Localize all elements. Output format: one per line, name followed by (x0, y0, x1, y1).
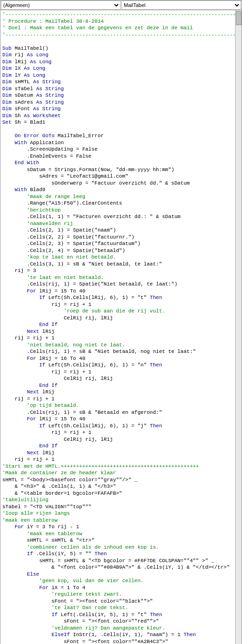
code-line-3: '---------------------------------------… (2, 32, 235, 38)
code-line-48: rij = rij + 1 (2, 335, 54, 341)
code-line-60: For lRij = 15 To 40 (2, 416, 85, 422)
code-line-14: Dim sFont As String (2, 106, 60, 112)
code-line-31: 'naamvelden rij (2, 221, 73, 226)
code-line-85: For iX = 1 To 4 (2, 585, 85, 591)
code-line-33: .Cells(2, 2) = Spatie("factuurnr.") (2, 234, 134, 240)
code-line-47: Next lRij (2, 329, 54, 334)
code-line-30: .Cells(1, 1) = "Facturen overzicht dd.: … (2, 214, 181, 219)
code-line-9: Dim lY As Long (2, 73, 45, 78)
code-line-61: If Left(Sh.Cells(lRij, 6), 1) = "j" Then (2, 423, 162, 429)
code-line-24: sAdres = "Leofact1@gmail.com" (2, 173, 128, 179)
code-line-22: End With (2, 160, 39, 166)
code-line-64: End If (2, 443, 58, 449)
code-line-15: Dim Sh As Worksheet (2, 113, 60, 119)
code-line-6: Dim rij As Long (2, 52, 48, 58)
code-line-28: .Range("A15:F50").ClearContents (2, 200, 122, 206)
code-line-1: ' Procedure : MailTabel 30-8-2014 (2, 19, 104, 24)
code-line-52: If Left(Sh.Cells(lRij, 6), 1) = "n" Then (2, 362, 162, 368)
code-line-77: 'maak een tablerow (2, 531, 82, 537)
code-line-2: ' Doel : Maak een tabel van de gegevens … (2, 25, 193, 31)
code-content[interactable]: '---------------------------------------… (0, 10, 235, 644)
code-line-66: rij = rij + 1 (2, 457, 54, 462)
code-line-73: sTabel = "<TD VALIGN=""top""" (2, 504, 91, 510)
code-area: '---------------------------------------… (0, 10, 242, 644)
code-line-18: On Error GoTo MailTabel_Error (2, 133, 104, 139)
code-line-74: 'loop alle rijen langs (2, 511, 70, 516)
code-line-82: & "<font color=""#084B9A">" & .Cells(iY,… (2, 564, 229, 570)
code-line-39: 'te laat en niet betaald. (2, 275, 104, 280)
code-line-59: .Cells(rij, 1) = sB & "Betaald en afgero… (2, 410, 162, 415)
code-line-53: rij = rij + 1 (2, 369, 91, 375)
code-line-79: 'combineer cellen als de inhoud een kop … (2, 544, 159, 550)
code-line-0: '---------------------------------------… (2, 12, 235, 17)
code-line-84: 'geen kop, vul dan de vier cellen. (2, 578, 144, 584)
code-line-86: 'reguliere tekst zwart. (2, 591, 122, 597)
code-line-35: .Cells(2, 4) = Spatie("betaald") (2, 248, 125, 253)
mailtabel-dropdown[interactable]: MailTabel (121, 0, 241, 10)
code-line-70: & "<h3>" & .Cells(1, 1) & "</h3>" (2, 484, 116, 489)
top-bar: (Algemeen) MailTabel (0, 0, 242, 10)
code-line-49: 'niet betaald, nog niet te laat. (2, 342, 125, 348)
code-line-34: .Cells(2, 3) = Spatie("factuurdatum") (2, 241, 141, 246)
code-line-69: sHMTL = "<body><basefont color=""gray""/… (2, 477, 137, 483)
code-line-58: 'op tijd betaald. (2, 403, 79, 408)
code-line-16: Set Sh = Blad1 (2, 120, 45, 125)
code-line-93: sFont = "><font color=""#A2B4C3">" (2, 639, 168, 644)
code-line-67: 'Start met de HMTL.+++++++++++++++++++++… (2, 464, 199, 469)
code-line-42: If Left(Sh.Cells(lRij, 6), 1) = "t" Then (2, 295, 162, 300)
code-line-36: 'kop te laat en niet betaald. (2, 254, 116, 260)
scrollbar[interactable] (235, 10, 242, 644)
code-line-92: ElseIf InStr(1, .Cells(iY, 1), "naam") =… (2, 632, 196, 637)
code-line-26: With Blad9 (2, 187, 45, 193)
code-line-43: rij = rij + 1 (2, 302, 91, 307)
code-line-45: CelRij rij, lRij (2, 315, 113, 321)
code-line-78: sHMTL = sHMTL & "<tr>" (2, 538, 94, 543)
code-line-27: 'maak de range leeg (2, 194, 85, 199)
code-line-68: 'Maak de container ze de header klaar (2, 470, 116, 476)
scrollbar-thumb[interactable] (236, 11, 242, 25)
code-line-89: If Left(.Cells(iY, 5), 1) = "t" Then (2, 612, 162, 617)
code-line-63: CelRij rij, lRij (2, 437, 113, 442)
code-line-65: Next lRij (2, 450, 54, 456)
code-line-80: If .Cells(iY, 5) = "" Then (2, 551, 107, 557)
code-line-38: rij = 3 (2, 268, 36, 273)
code-line-5: Sub MailTabel() (2, 46, 48, 51)
code-line-87: sFont = "><font color=""black"">" (2, 598, 153, 604)
code-line-81: sHMTL = sHMTL & "<TD bgcolor = #F6F7DE C… (2, 558, 214, 564)
code-line-11: Dim sTabel As String (2, 86, 64, 92)
code-line-32: .Cells(2, 1) = Spatie("naam") (2, 227, 116, 233)
code-line-62: rij = rij + 1 (2, 430, 91, 435)
code-line-21: .EnableEvents = False (2, 153, 91, 159)
code-line-83: Else (2, 571, 39, 577)
code-line-54: CelRij rij, lRij (2, 376, 113, 381)
code-line-23: sDatum = Strings.Format(Now, "dd-mm-yyyy… (2, 167, 175, 173)
code-line-90: sFont = "><font color=""red"">" (2, 618, 159, 624)
code-line-57: rij = rij + 1 (2, 396, 54, 402)
code-line-50: .Cells(rij, 1) = sB & "Niet betaald, nog… (2, 349, 196, 354)
code-line-75: 'maak een tablerow (2, 518, 58, 523)
code-line-51: For lRij = 16 To 40 (2, 356, 85, 361)
code-line-88: 'te laat? Dan rode tekst. (2, 605, 128, 611)
code-line-56: Next lRij (2, 389, 54, 395)
code-line-40: .Cells(rij, 1) = Spatie("Niet betaald, t… (2, 281, 177, 287)
code-line-12: Dim sDatum As String (2, 93, 64, 98)
code-line-20: .ScreenUpdating = False (2, 146, 98, 152)
code-line-41: For lRij = 15 To 40 (2, 288, 85, 294)
code-line-55: End If (2, 383, 58, 388)
code-line-44: 'roep de sub aan die de rij vult. (2, 308, 165, 314)
code-line-25: sOnderwerp = "Factuur overzicht dd." & s… (2, 180, 190, 186)
code-line-46: End If (2, 322, 58, 327)
code-line-7: Dim lRij As Long (2, 59, 52, 65)
code-line-8: Dim lX As Long (2, 66, 45, 71)
code-line-19: With Application (2, 140, 64, 146)
code-line-72: 'tabeluitlijing (2, 497, 48, 503)
code-line-29: 'berichtkop (2, 207, 60, 213)
procedure-dropdown[interactable]: (Algemeen) (1, 0, 121, 10)
code-line-13: Dim sAdres As String (2, 100, 64, 105)
code-line-10: Dim sHMTL As String (2, 79, 60, 85)
code-line-76: For iY = 3 To rij - 1 (2, 524, 79, 530)
code-line-71: & "<table border=1 bgcolor=FAFAFB>" (2, 491, 122, 496)
code-line-37: .Cells(3, 1) = sB & "Niet betaald, te la… (2, 261, 162, 267)
code-line-91: 'veldnamen rij? Dan aangepaste kleur. (2, 625, 165, 631)
